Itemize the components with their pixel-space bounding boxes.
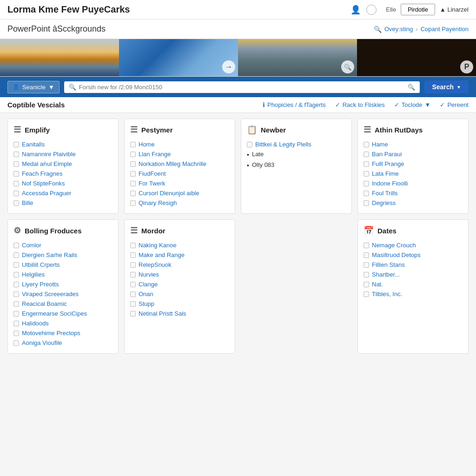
list-item[interactable]: Engermearse SociCipes [13, 309, 112, 318]
card-items-athin-rutdays: HameBan ParauiFulll PrangeLata FimeIndon… [364, 139, 463, 208]
list-item[interactable]: Masiltruod Detops [364, 250, 463, 260]
list-item-label: RelepSnuok [139, 261, 172, 268]
bullet-icon: • [247, 151, 249, 159]
list-item-label: Cursorl Dlenunjol aible [139, 190, 199, 197]
list-item[interactable]: Helgilies [13, 270, 112, 279]
list-item[interactable]: Accessda Praguer [13, 188, 112, 198]
list-item-label: Namannire Plaivible [22, 151, 76, 158]
list-item[interactable]: •Olty 083 [247, 160, 346, 171]
list-item[interactable]: Liyery Preotts [13, 279, 112, 289]
checkbox-icon [364, 152, 369, 157]
list-item[interactable]: Shartber... [364, 270, 463, 279]
search-button[interactable]: Search ▼ [424, 80, 469, 93]
checkbox-icon [130, 311, 136, 317]
breadcrumb-current[interactable]: Copant Payention [421, 26, 469, 33]
filter-link-2[interactable]: ✓ Toclode ▼ [394, 101, 431, 108]
checkbox-icon [130, 152, 136, 157]
list-item[interactable]: Tilbles, Inc. [364, 289, 463, 299]
search-input[interactable] [79, 84, 405, 91]
list-item-label: Llan Frange [139, 151, 171, 158]
list-item[interactable]: Fulll Prange [364, 159, 463, 169]
list-item[interactable]: Aoniga Vioufile [13, 338, 112, 348]
list-item[interactable]: Nurvies [130, 270, 229, 279]
list-item[interactable]: Motovehime Prectops [13, 328, 112, 338]
card-title-dates: Dates [377, 227, 397, 235]
list-item[interactable]: Norkation Mlleg Machrille [130, 159, 229, 169]
search-clear-icon[interactable]: 🔍 [408, 84, 415, 91]
list-item[interactable]: Cursorl Dlenunjol aible [130, 188, 229, 198]
search-button-caret-icon: ▼ [456, 85, 461, 90]
list-item[interactable]: Medal aṅul Eimple [13, 159, 112, 169]
list-item[interactable]: Fillien Stans [364, 260, 463, 270]
thumb-2[interactable]: 🔍 [238, 39, 357, 76]
checkbox-icon [130, 161, 136, 167]
list-item[interactable]: Degriess [364, 198, 463, 208]
list-item[interactable]: Llan Frange [130, 149, 229, 159]
filter-link-0[interactable]: ℹ Phopicies / & fTagerts [263, 101, 326, 108]
list-item[interactable]: Netinal Pristt Sals [130, 309, 229, 318]
list-item-label: Fillien Stans [372, 261, 405, 268]
list-item[interactable]: Make and Range [130, 250, 229, 260]
list-item[interactable]: Viraped Screeerades [13, 289, 112, 299]
list-item[interactable]: For Twerk [130, 178, 229, 188]
card-dates: 📅DatesNemage CrouchMasiltruod DetopsFill… [357, 219, 469, 354]
list-item[interactable]: Hame [364, 139, 463, 149]
list-item[interactable]: RelepSnuok [130, 260, 229, 270]
card-items-dates: Nemage CrouchMasiltruod DetopsFillien St… [364, 240, 463, 299]
list-item[interactable]: •Late [247, 149, 346, 160]
search-dropdown[interactable]: 👤 Seanicle ▼ [7, 81, 60, 93]
list-item[interactable]: Nemage Crouch [364, 240, 463, 250]
list-item[interactable]: Onan [130, 289, 229, 299]
list-item[interactable]: Home [130, 139, 229, 149]
thumb-1[interactable]: → [119, 39, 238, 76]
list-item[interactable]: Halidoods [13, 318, 112, 328]
circle-icon[interactable] [366, 5, 377, 15]
checkbox-icon [13, 262, 19, 268]
list-item-label: Late [252, 151, 264, 158]
list-item-label: Nemage Crouch [372, 242, 416, 249]
list-item[interactable]: Nof StipteFonks [13, 178, 112, 188]
breadcrumb-link[interactable]: Ovey:sting [384, 26, 413, 33]
list-item[interactable]: Feach Fragnes [13, 169, 112, 178]
card-header-pestymer: ☰Pestymer [130, 125, 229, 135]
checkbox-icon [364, 252, 369, 258]
checkbox-icon [130, 200, 136, 206]
list-item[interactable]: Naking Kanoe [130, 240, 229, 250]
list-item[interactable]: Eanitalls [13, 139, 112, 149]
list-item[interactable]: Reacical Boamic [13, 299, 112, 309]
list-item-label: Liyery Preotts [22, 281, 59, 288]
list-item[interactable]: Qinary Resigh [130, 198, 229, 208]
upgrade-button[interactable]: Pirdotle [401, 4, 435, 15]
list-item[interactable]: Nat. [364, 279, 463, 289]
upgrade-label[interactable]: ▲ Linarzel [440, 6, 469, 13]
list-item[interactable]: Utbiliit Crperts [13, 260, 112, 270]
list-item[interactable]: Indone Fioolli [364, 178, 463, 188]
thumb-3[interactable]: P [357, 39, 476, 76]
list-item[interactable]: Bille [13, 198, 112, 208]
checkbox-icon [364, 282, 369, 287]
list-item[interactable]: Comlor [13, 240, 112, 250]
list-item[interactable]: Diergien Sarhe Rails [13, 250, 112, 260]
list-item[interactable]: Namannire Plaivible [13, 149, 112, 159]
checkbox-icon [130, 171, 136, 177]
list-item-label: Hame [372, 141, 388, 148]
filter-link-1[interactable]: ✓ Rack to Fliskies [335, 101, 385, 108]
list-item[interactable]: FiudFoent [130, 169, 229, 178]
list-item[interactable]: Lata Fime [364, 169, 463, 178]
filter-title: Coptible Vescials [7, 101, 253, 109]
header-right: Elle Pirdotle ▲ Linarzel [386, 4, 469, 15]
thumb-0[interactable] [0, 39, 119, 76]
list-item[interactable]: Ban Paraui [364, 149, 463, 159]
checkbox-icon [364, 200, 369, 206]
checkbox-icon [13, 200, 19, 206]
list-item[interactable]: Bittkei & Legity Plells [247, 139, 346, 149]
list-item[interactable]: Clange [130, 279, 229, 289]
check-icon-2: ✓ [394, 101, 399, 108]
list-item[interactable]: Foul Trills [364, 188, 463, 198]
user-icon[interactable]: 👤 [350, 5, 361, 15]
filter-link-3[interactable]: ✓ Pereent [440, 101, 469, 108]
list-item[interactable]: Stupp [130, 299, 229, 309]
bullet-icon: • [247, 162, 249, 169]
checkbox-icon [247, 142, 252, 147]
checkbox-icon [130, 282, 136, 287]
